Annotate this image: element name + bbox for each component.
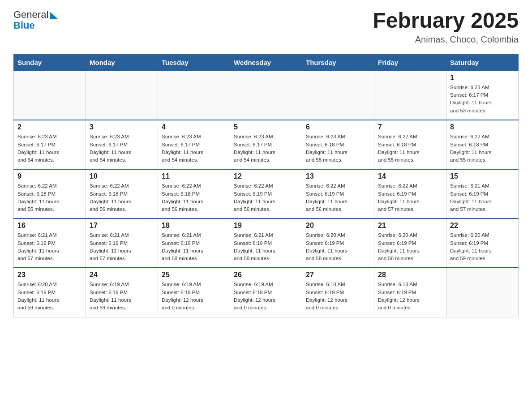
- calendar-cell: 4Sunrise: 6:23 AMSunset: 6:17 PMDaylight…: [158, 120, 230, 169]
- calendar-cell: 13Sunrise: 6:22 AMSunset: 6:19 PMDayligh…: [302, 169, 374, 218]
- day-number: 28: [378, 271, 442, 279]
- calendar-cell: [446, 268, 519, 317]
- day-number: 3: [90, 123, 154, 131]
- calendar-cell: 25Sunrise: 6:19 AMSunset: 6:19 PMDayligh…: [158, 268, 230, 317]
- svg-marker-0: [50, 12, 58, 19]
- logo-blue-text: Blue: [13, 20, 35, 31]
- calendar-header-row: SundayMondayTuesdayWednesdayThursdayFrid…: [14, 54, 519, 71]
- day-info: Sunrise: 6:19 AMSunset: 6:19 PMDaylight:…: [90, 281, 154, 312]
- calendar-cell: 23Sunrise: 6:20 AMSunset: 6:19 PMDayligh…: [14, 268, 86, 317]
- calendar-week-row: 16Sunrise: 6:21 AMSunset: 6:19 PMDayligh…: [14, 218, 519, 268]
- day-info: Sunrise: 6:22 AMSunset: 6:18 PMDaylight:…: [450, 133, 515, 164]
- calendar-table: SundayMondayTuesdayWednesdayThursdayFrid…: [13, 54, 519, 317]
- calendar-cell: 24Sunrise: 6:19 AMSunset: 6:19 PMDayligh…: [86, 268, 158, 317]
- day-info: Sunrise: 6:23 AMSunset: 6:17 PMDaylight:…: [90, 133, 154, 164]
- calendar-header-sunday: Sunday: [14, 54, 86, 71]
- calendar-cell: [230, 71, 302, 120]
- calendar-cell: [158, 71, 230, 120]
- day-number: 18: [162, 222, 226, 230]
- calendar-header-wednesday: Wednesday: [230, 54, 302, 71]
- day-number: 7: [378, 123, 442, 131]
- day-number: 23: [17, 271, 82, 279]
- calendar-cell: 21Sunrise: 6:20 AMSunset: 6:19 PMDayligh…: [374, 218, 446, 268]
- day-number: 10: [90, 172, 154, 180]
- day-info: Sunrise: 6:23 AMSunset: 6:18 PMDaylight:…: [306, 133, 370, 164]
- calendar-cell: 17Sunrise: 6:21 AMSunset: 6:19 PMDayligh…: [86, 218, 158, 268]
- day-number: 8: [450, 123, 515, 131]
- calendar-subtitle: Animas, Choco, Colombia: [373, 34, 519, 45]
- day-number: 15: [450, 172, 515, 180]
- title-block: February 2025 Animas, Choco, Colombia: [373, 9, 519, 45]
- calendar-cell: 28Sunrise: 6:18 AMSunset: 6:19 PMDayligh…: [374, 268, 446, 317]
- calendar-cell: 27Sunrise: 6:18 AMSunset: 6:19 PMDayligh…: [302, 268, 374, 317]
- day-number: 11: [162, 172, 226, 180]
- day-number: 14: [378, 172, 442, 180]
- calendar-week-row: 2Sunrise: 6:23 AMSunset: 6:17 PMDaylight…: [14, 120, 519, 169]
- calendar-cell: 1Sunrise: 6:23 AMSunset: 6:17 PMDaylight…: [446, 71, 519, 120]
- day-number: 26: [234, 271, 298, 279]
- calendar-cell: 12Sunrise: 6:22 AMSunset: 6:19 PMDayligh…: [230, 169, 302, 218]
- calendar-cell: 15Sunrise: 6:21 AMSunset: 6:19 PMDayligh…: [446, 169, 519, 218]
- calendar-cell: 9Sunrise: 6:22 AMSunset: 6:18 PMDaylight…: [14, 169, 86, 218]
- calendar-cell: 10Sunrise: 6:22 AMSunset: 6:18 PMDayligh…: [86, 169, 158, 218]
- calendar-header-monday: Monday: [86, 54, 158, 71]
- day-info: Sunrise: 6:20 AMSunset: 6:19 PMDaylight:…: [306, 231, 370, 262]
- day-info: Sunrise: 6:22 AMSunset: 6:19 PMDaylight:…: [234, 182, 298, 213]
- day-number: 22: [450, 222, 515, 230]
- day-number: 12: [234, 172, 298, 180]
- day-info: Sunrise: 6:22 AMSunset: 6:19 PMDaylight:…: [378, 182, 442, 213]
- calendar-header-thursday: Thursday: [302, 54, 374, 71]
- calendar-cell: 26Sunrise: 6:19 AMSunset: 6:19 PMDayligh…: [230, 268, 302, 317]
- calendar-cell: 6Sunrise: 6:23 AMSunset: 6:18 PMDaylight…: [302, 120, 374, 169]
- day-number: 4: [162, 123, 226, 131]
- day-number: 20: [306, 222, 370, 230]
- logo: General Blue: [13, 9, 58, 31]
- calendar-cell: [86, 71, 158, 120]
- day-info: Sunrise: 6:23 AMSunset: 6:17 PMDaylight:…: [234, 133, 298, 164]
- calendar-title: February 2025: [373, 9, 519, 33]
- calendar-cell: [14, 71, 86, 120]
- logo-arrow-icon: [50, 12, 58, 19]
- calendar-header-friday: Friday: [374, 54, 446, 71]
- day-info: Sunrise: 6:20 AMSunset: 6:19 PMDaylight:…: [378, 231, 442, 262]
- calendar-cell: 19Sunrise: 6:21 AMSunset: 6:19 PMDayligh…: [230, 218, 302, 268]
- day-info: Sunrise: 6:22 AMSunset: 6:18 PMDaylight:…: [162, 182, 226, 213]
- day-info: Sunrise: 6:18 AMSunset: 6:19 PMDaylight:…: [378, 281, 442, 312]
- day-info: Sunrise: 6:22 AMSunset: 6:18 PMDaylight:…: [17, 182, 82, 213]
- day-info: Sunrise: 6:23 AMSunset: 6:17 PMDaylight:…: [450, 84, 515, 115]
- day-number: 17: [90, 222, 154, 230]
- day-number: 2: [17, 123, 82, 131]
- day-info: Sunrise: 6:20 AMSunset: 6:19 PMDaylight:…: [17, 281, 82, 312]
- day-number: 25: [162, 271, 226, 279]
- day-number: 9: [17, 172, 82, 180]
- calendar-cell: 18Sunrise: 6:21 AMSunset: 6:19 PMDayligh…: [158, 218, 230, 268]
- day-number: 27: [306, 271, 370, 279]
- day-number: 24: [90, 271, 154, 279]
- day-info: Sunrise: 6:23 AMSunset: 6:17 PMDaylight:…: [17, 133, 82, 164]
- day-info: Sunrise: 6:19 AMSunset: 6:19 PMDaylight:…: [234, 281, 298, 312]
- calendar-header-tuesday: Tuesday: [158, 54, 230, 71]
- calendar-cell: [302, 71, 374, 120]
- day-info: Sunrise: 6:22 AMSunset: 6:18 PMDaylight:…: [378, 133, 442, 164]
- calendar-header-saturday: Saturday: [446, 54, 519, 71]
- logo-general-text: General: [13, 9, 48, 21]
- day-info: Sunrise: 6:21 AMSunset: 6:19 PMDaylight:…: [450, 182, 515, 213]
- calendar-cell: 11Sunrise: 6:22 AMSunset: 6:18 PMDayligh…: [158, 169, 230, 218]
- day-info: Sunrise: 6:21 AMSunset: 6:19 PMDaylight:…: [234, 231, 298, 262]
- calendar-cell: 14Sunrise: 6:22 AMSunset: 6:19 PMDayligh…: [374, 169, 446, 218]
- calendar-week-row: 23Sunrise: 6:20 AMSunset: 6:19 PMDayligh…: [14, 268, 519, 317]
- day-info: Sunrise: 6:19 AMSunset: 6:19 PMDaylight:…: [162, 281, 226, 312]
- day-info: Sunrise: 6:21 AMSunset: 6:19 PMDaylight:…: [90, 231, 154, 262]
- day-number: 5: [234, 123, 298, 131]
- day-number: 6: [306, 123, 370, 131]
- calendar-week-row: 9Sunrise: 6:22 AMSunset: 6:18 PMDaylight…: [14, 169, 519, 218]
- day-number: 16: [17, 222, 82, 230]
- calendar-week-row: 1Sunrise: 6:23 AMSunset: 6:17 PMDaylight…: [14, 71, 519, 120]
- day-info: Sunrise: 6:22 AMSunset: 6:19 PMDaylight:…: [306, 182, 370, 213]
- day-info: Sunrise: 6:20 AMSunset: 6:19 PMDaylight:…: [450, 231, 515, 262]
- calendar-cell: 16Sunrise: 6:21 AMSunset: 6:19 PMDayligh…: [14, 218, 86, 268]
- calendar-cell: 20Sunrise: 6:20 AMSunset: 6:19 PMDayligh…: [302, 218, 374, 268]
- day-info: Sunrise: 6:22 AMSunset: 6:18 PMDaylight:…: [90, 182, 154, 213]
- calendar-cell: 22Sunrise: 6:20 AMSunset: 6:19 PMDayligh…: [446, 218, 519, 268]
- day-number: 1: [450, 74, 515, 82]
